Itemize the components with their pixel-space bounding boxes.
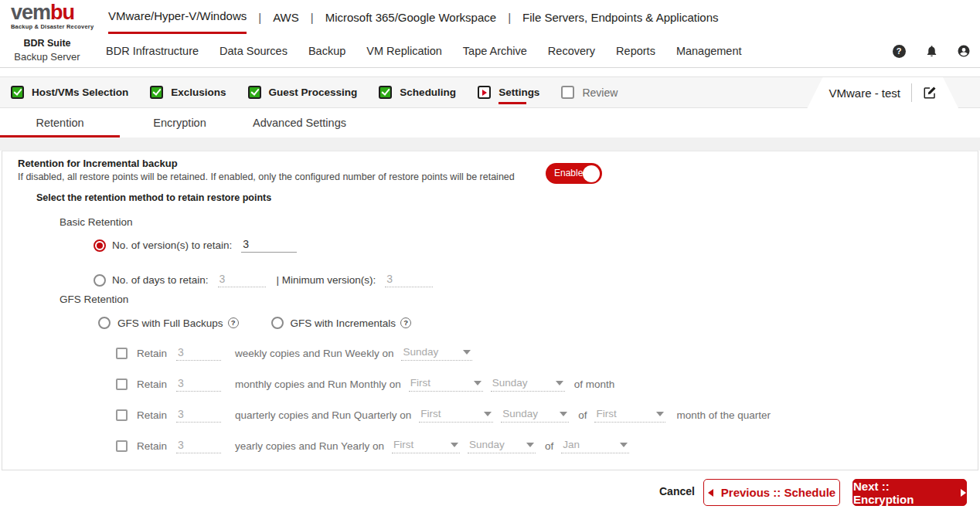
chevron-down-icon <box>526 443 534 447</box>
checked-checkbox-icon <box>248 86 261 99</box>
nav-backup[interactable]: Backup <box>308 45 345 57</box>
chevron-down-icon <box>560 412 567 416</box>
nav-separator: | <box>258 0 261 34</box>
quarterly-day-select[interactable]: Sunday <box>501 408 569 423</box>
chevron-down-icon <box>620 443 628 447</box>
edit-job-icon[interactable] <box>923 86 937 100</box>
quarterly-of-label: of <box>578 409 587 421</box>
days-label: No. of days to retain: <box>112 274 209 286</box>
gfs-full-backups-label: GFS with Full Backups <box>117 317 223 329</box>
days-radio[interactable] <box>94 274 106 287</box>
nav-separator: | <box>311 0 314 34</box>
yearly-of-label: of <box>545 440 553 452</box>
weekly-day-select[interactable]: Sunday <box>401 346 472 361</box>
weekly-checkbox[interactable] <box>116 348 128 359</box>
checked-checkbox-icon <box>379 86 392 99</box>
wizard-step-settings[interactable]: Settings <box>478 86 539 99</box>
top-header: vembu Backup & Disaster Recovery VMware/… <box>0 0 980 34</box>
gfs-yearly-row: Retain yearly copies and Run Yearly on F… <box>116 439 629 453</box>
days-retention-row: No. of days to retain: | Minimum version… <box>94 273 433 287</box>
notifications-bell-icon[interactable] <box>924 44 938 58</box>
step-label: Guest Processing <box>269 87 358 98</box>
yearly-week-select[interactable]: First <box>392 439 460 453</box>
previous-schedule-button[interactable]: Previous :: Schedule <box>703 479 840 506</box>
versions-radio[interactable] <box>94 239 106 252</box>
product-tab-fileservers-endpoints[interactable]: File Servers, Endpoints & Applications <box>522 0 718 34</box>
settings-tabs: Retention Encryption Advanced Settings <box>0 108 980 137</box>
quarterly-week-select[interactable]: First <box>419 408 493 423</box>
yearly-checkbox[interactable] <box>116 440 128 452</box>
retention-enabled-toggle[interactable]: Enabled <box>546 163 602 184</box>
step-label: Exclusions <box>171 87 226 98</box>
wizard-step-guest-processing[interactable]: Guest Processing <box>248 86 358 99</box>
nav-recovery[interactable]: Recovery <box>548 45 595 57</box>
product-tab-vmware-hyperv-windows[interactable]: VMware/Hyper-V/Windows <box>108 0 247 34</box>
monthly-day-select[interactable]: Sunday <box>491 377 565 392</box>
main-nav: BDR Infrastructure Data Sources Backup V… <box>106 34 742 68</box>
step-label: Host/VMs Selection <box>32 87 128 98</box>
wizard-footer: Cancel Previous :: Schedule Next :: Encr… <box>0 470 980 515</box>
gfs-weekly-row: Retain weekly copies and Run Weekly on S… <box>116 346 472 361</box>
job-name-tab: VMware - test <box>807 77 958 108</box>
nav-bdr-infrastructure[interactable]: BDR Infrastructure <box>106 45 199 57</box>
weekly-desc: weekly copies and Run Weekly on <box>235 348 393 359</box>
gfs-incrementals-help-icon[interactable]: ? <box>400 317 411 328</box>
user-account-icon[interactable] <box>957 44 971 58</box>
gfs-full-backups-radio[interactable] <box>98 317 111 329</box>
quarterly-copies-input[interactable] <box>176 408 221 423</box>
quarterly-month-select[interactable]: First <box>594 408 665 423</box>
logo-wordmark: vembu <box>11 2 94 23</box>
method-heading: Select the retention method to retain re… <box>36 192 271 203</box>
wizard-step-exclusions[interactable]: Exclusions <box>150 86 226 99</box>
tab-retention[interactable]: Retention <box>0 108 120 137</box>
next-encryption-button[interactable]: Next :: Encryption <box>852 479 967 506</box>
spacer-strip <box>0 137 980 151</box>
vembu-logo[interactable]: vembu Backup & Disaster Recovery <box>11 2 94 30</box>
cancel-button[interactable]: Cancel <box>659 485 695 497</box>
suite-subtitle: Backup Server <box>14 50 80 63</box>
versions-input[interactable] <box>241 238 297 253</box>
gfs-incrementals-radio[interactable] <box>271 317 284 329</box>
arrow-right-icon <box>961 489 966 497</box>
logo-tagline: Backup & Disaster Recovery <box>11 23 94 30</box>
versions-retention-row: No. of version(s) to retain: <box>94 238 297 253</box>
yearly-copies-input[interactable] <box>176 439 221 453</box>
weekly-copies-input[interactable] <box>176 346 221 361</box>
yearly-month-select[interactable]: Jan <box>561 439 629 453</box>
tab-advanced-settings[interactable]: Advanced Settings <box>240 108 359 137</box>
gfs-full-help-icon[interactable]: ? <box>228 317 239 328</box>
wizard-step-bar: Host/VMs Selection Exclusions Guest Proc… <box>0 76 980 108</box>
wizard-step-scheduling[interactable]: Scheduling <box>379 86 456 99</box>
quarterly-retain-label: Retain <box>137 409 167 421</box>
monthly-checkbox[interactable] <box>116 379 128 390</box>
chevron-down-icon <box>484 412 492 416</box>
wizard-step-review[interactable]: Review <box>561 86 618 99</box>
yearly-day-select[interactable]: Sunday <box>468 439 536 453</box>
arrow-left-icon <box>708 489 713 497</box>
gfs-mode-row: GFS with Full Backups ? GFS with Increme… <box>98 317 411 329</box>
tab-encryption[interactable]: Encryption <box>120 108 240 137</box>
days-input[interactable] <box>218 273 266 287</box>
monthly-week-select[interactable]: First <box>409 377 483 392</box>
suite-badge[interactable]: BDR Suite Backup Server <box>14 37 80 63</box>
basic-retention-heading: Basic Retention <box>60 216 133 228</box>
quarterly-checkbox[interactable] <box>116 409 128 421</box>
nav-tape-archive[interactable]: Tape Archive <box>463 45 527 57</box>
product-tab-m365-google[interactable]: Microsoft 365/Google Workspace <box>325 0 497 34</box>
step-label: Review <box>582 87 618 99</box>
nav-management[interactable]: Management <box>676 45 742 57</box>
weekly-retain-label: Retain <box>137 348 167 359</box>
help-icon[interactable]: ? <box>892 44 906 58</box>
wizard-step-host-vms-selection[interactable]: Host/VMs Selection <box>11 86 128 99</box>
nav-data-sources[interactable]: Data Sources <box>219 45 288 57</box>
monthly-copies-input[interactable] <box>176 377 221 392</box>
nav-vm-replication[interactable]: VM Replication <box>366 45 442 57</box>
product-nav: VMware/Hyper-V/Windows | AWS | Microsoft… <box>108 0 719 34</box>
nav-reports[interactable]: Reports <box>616 45 655 57</box>
product-tab-aws[interactable]: AWS <box>273 0 299 34</box>
gfs-monthly-row: Retain monthly copies and Run Monthly on… <box>116 377 614 392</box>
min-versions-label: | Minimum version(s): <box>277 274 376 286</box>
min-versions-input[interactable] <box>385 273 433 287</box>
empty-checkbox-icon <box>561 86 574 99</box>
chevron-down-icon <box>656 412 664 416</box>
